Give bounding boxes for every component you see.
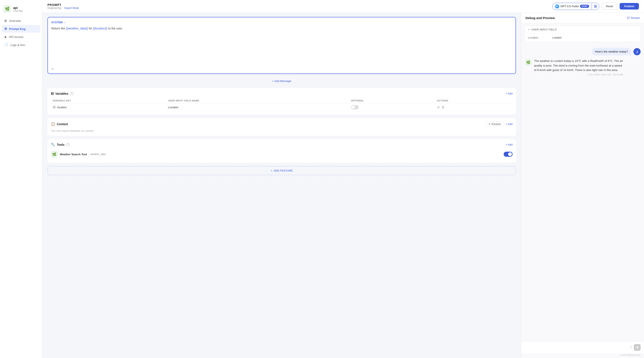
variables-icon: ⊟ bbox=[51, 91, 54, 95]
col-field-name: USER INPUT FIELD NAME bbox=[166, 98, 349, 103]
var-delete-icon[interactable]: 🗑 bbox=[442, 105, 444, 109]
model-settings-button[interactable] bbox=[592, 3, 599, 9]
variables-header: ⊟ Variables ? + Add bbox=[51, 91, 512, 95]
col-actions: ACTIONS bbox=[436, 98, 512, 103]
variables-add-button[interactable]: + Add bbox=[505, 92, 512, 95]
system-label: SYSTEM bbox=[51, 21, 62, 24]
tools-add-button[interactable]: + Add bbox=[505, 143, 512, 146]
header-title-group: PROMPT Engineering › Expert Mode bbox=[48, 3, 79, 9]
content-area: SYSTEM ⌄ Return the {{weather_data}} for… bbox=[42, 13, 644, 358]
context-hint: You can import datasets as context bbox=[51, 129, 512, 132]
reset-button[interactable]: Reset bbox=[602, 3, 617, 10]
model-name-text: GPT-3.5-Turbo bbox=[560, 5, 579, 8]
optional-toggle[interactable] bbox=[351, 105, 359, 109]
breadcrumb-expert-mode[interactable]: Expert Mode bbox=[64, 6, 79, 9]
system-text-suffix: to the user. bbox=[107, 27, 123, 30]
tools-section: 🔧 Tools ? + Add 🌿 Weather Search Tool bbox=[48, 139, 516, 163]
header: PROMPT Engineering › Expert Mode G GPT-3… bbox=[42, 0, 644, 13]
var-action-buttons: ⚙ 🗑 bbox=[437, 105, 511, 109]
context-icon: 📋 bbox=[51, 122, 55, 126]
system-text-prefix: Return the bbox=[51, 27, 66, 30]
system-content[interactable]: Return the {{weather_data}} for {{locati… bbox=[51, 26, 512, 64]
variables-table-head: VARIABLE KEY USER INPUT FIELD NAME OPTIO… bbox=[51, 98, 512, 103]
overview-icon: ⊞ bbox=[4, 19, 7, 23]
sidebar-item-api-access[interactable]: ◈ API Access bbox=[2, 33, 40, 41]
sidebar-item-logs[interactable]: 📄 Logs & Ann. bbox=[2, 41, 40, 49]
variables-title-group: ⊟ Variables ? bbox=[51, 91, 74, 95]
system-text-middle: for bbox=[88, 27, 93, 30]
toggle-knob bbox=[352, 105, 355, 109]
sidebar-item-label-prompt-eng: Prompt Eng. bbox=[9, 27, 26, 30]
chat-message-user: How's the weather today? J bbox=[525, 48, 640, 55]
svg-marker-5 bbox=[636, 346, 638, 349]
breadcrumb: Engineering › Expert Mode bbox=[48, 6, 79, 9]
debug-panel: Debug and Preview Restart ▼ USER INPUT F… bbox=[521, 13, 644, 358]
api-access-icon: ◈ bbox=[4, 35, 7, 39]
breadcrumb-separator: › bbox=[62, 6, 63, 9]
chat-meta: 2.41s Token spent 145 · 02:55 AM bbox=[534, 73, 623, 76]
user-avatar: J bbox=[634, 48, 640, 55]
user-input-label: Location bbox=[528, 36, 549, 39]
model-logo: G bbox=[555, 4, 559, 8]
sidebar-item-prompt-eng[interactable]: ⚙ Prompt Eng. bbox=[2, 25, 40, 33]
tools-icon: 🔧 bbox=[51, 143, 55, 147]
system-header: SYSTEM ⌄ bbox=[51, 21, 512, 24]
restart-label: Restart bbox=[631, 16, 640, 19]
system-char-count: 56 bbox=[51, 67, 512, 70]
tools-title: Tools bbox=[57, 143, 64, 146]
system-prompt-box: SYSTEM ⌄ Return the {{weather_data}} for… bbox=[48, 17, 516, 74]
var-key-icon: ⊟ bbox=[52, 105, 56, 109]
ai-avatar-icon: 🌿 bbox=[525, 59, 532, 66]
var-key-cell: ⊟ location bbox=[51, 103, 166, 111]
tool-info: 🌿 Weather Search Tool weather_data bbox=[51, 151, 106, 158]
system-chevron-icon[interactable]: ⌄ bbox=[64, 21, 66, 23]
add-message-button[interactable]: + Add Message bbox=[48, 77, 516, 85]
restart-button[interactable]: Restart bbox=[627, 16, 640, 19]
logs-icon: 📄 bbox=[4, 43, 8, 47]
sidebar-item-label-logs: Logs & Ann. bbox=[10, 43, 26, 47]
tools-title-group: 🔧 Tools ? bbox=[51, 143, 70, 147]
variables-actions: + Add bbox=[505, 92, 512, 95]
publish-button[interactable]: Publish bbox=[620, 3, 639, 9]
chat-bubble-ai: The weather in London today is 10°C with… bbox=[534, 59, 623, 72]
context-params-button[interactable]: Params bbox=[486, 121, 504, 127]
variables-table: VARIABLE KEY USER INPUT FIELD NAME OPTIO… bbox=[51, 98, 512, 111]
add-feature-button[interactable]: + ADD FEATURE bbox=[48, 166, 516, 175]
variables-title: Variables bbox=[55, 92, 68, 95]
sidebar-nav: ⊞ Overview ⚙ Prompt Eng. ◈ API Access 📄 … bbox=[0, 17, 42, 49]
send-button[interactable] bbox=[634, 344, 640, 351]
chat-badge: CHAT bbox=[580, 5, 589, 8]
sidebar-item-overview[interactable]: ⊞ Overview bbox=[2, 17, 40, 24]
table-row: ⊟ location Location bbox=[51, 103, 512, 111]
app-name: api bbox=[13, 6, 23, 9]
variables-table-body: ⊟ location Location bbox=[51, 103, 512, 111]
app-name-group: api Chat App bbox=[13, 6, 23, 12]
var-key-display: ⊟ location bbox=[52, 105, 165, 109]
sidebar-item-label-overview: Overview bbox=[9, 19, 21, 22]
tool-key: weather_data bbox=[90, 153, 106, 156]
chevron-down-icon: ▼ bbox=[528, 28, 530, 31]
var-settings-icon[interactable]: ⚙ bbox=[437, 105, 440, 109]
app-icon: 🌿 bbox=[4, 5, 11, 13]
col-variable-key: VARIABLE KEY bbox=[51, 98, 166, 103]
var-key-text: location bbox=[57, 106, 67, 109]
model-selector[interactable]: G GPT-3.5-Turbo CHAT bbox=[552, 3, 599, 10]
context-add-button[interactable]: + Add bbox=[505, 122, 512, 126]
context-title: Context bbox=[57, 122, 68, 126]
sidebar: 🌿 api Chat App ⊞ Overview ⚙ Prompt Eng. … bbox=[0, 0, 42, 358]
svg-point-0 bbox=[595, 6, 596, 7]
page-title: PROMPT bbox=[48, 3, 79, 6]
tool-toggle[interactable] bbox=[504, 152, 512, 157]
user-input-header[interactable]: ▼ USER INPUT FIELD bbox=[525, 26, 640, 33]
context-actions: Params + Add bbox=[486, 121, 512, 127]
debug-title: Debug and Preview bbox=[526, 16, 555, 20]
tool-toggle-knob bbox=[508, 152, 512, 156]
var-optional-cell bbox=[349, 103, 436, 111]
chat-input[interactable] bbox=[525, 346, 628, 349]
user-input-value: London bbox=[552, 36, 562, 39]
prompt-panel: SYSTEM ⌄ Return the {{weather_data}} for… bbox=[42, 13, 521, 358]
tool-item: 🌿 Weather Search Tool weather_data bbox=[51, 149, 512, 159]
variables-section: ⊟ Variables ? + Add VARIABLE KEY USER IN… bbox=[48, 88, 516, 115]
app-type: Chat App bbox=[13, 9, 23, 12]
add-feature-plus: + bbox=[271, 169, 272, 172]
